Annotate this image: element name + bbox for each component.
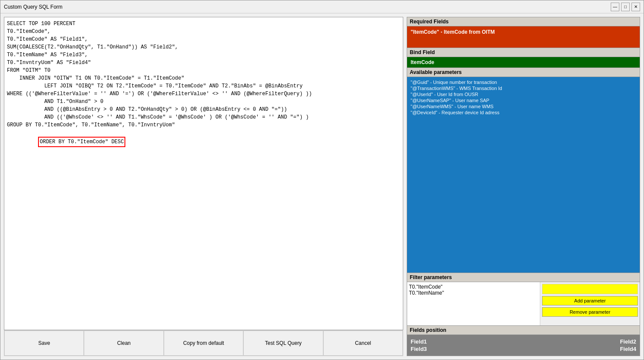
filter-params-content: T0."ItemCode" T0."ItemName" Add paramete… (407, 282, 640, 325)
sql-line-13: AND (('@WhsCode' <> '' AND T1."WhsCode" … (7, 113, 400, 121)
sql-line-7: FROM "OITM" T0 (7, 67, 400, 74)
main-window: Custom Query SQL Form — □ ✕ SELECT TOP 1… (0, 0, 644, 360)
fields-position-content: Field1 Field3 Field2 Field4 (407, 334, 640, 356)
remove-parameter-button[interactable]: Remove parameter (542, 307, 638, 317)
bind-field-content: ItemCode (407, 57, 640, 68)
clean-button[interactable]: Clean (84, 331, 163, 356)
sql-line-4: SUM(COALESCE(T2."OnHandQty", T1."OnHand"… (7, 43, 400, 51)
sql-editor[interactable]: SELECT TOP 100 PERCENT T0."ItemCode", T0… (4, 17, 403, 330)
bind-field-header: Bind Field (407, 48, 640, 57)
field2-label: Field2 (620, 338, 636, 345)
sql-line-10: WHERE (('@WhereFilterValue' = '' AND '='… (7, 90, 400, 98)
required-fields-header: Required Fields (407, 17, 640, 26)
param-item-3: "@UserNameSAP" - User name SAP (411, 98, 636, 103)
field1-label: Field1 (411, 338, 427, 345)
param-item-0: "@Guid" - Unique number for transaction (411, 80, 636, 85)
copy-from-default-button[interactable]: Copy from default (164, 331, 243, 356)
save-button[interactable]: Save (4, 331, 84, 356)
filter-params-header: Filter parameters (407, 273, 640, 282)
restore-button[interactable]: □ (621, 3, 630, 11)
cancel-button[interactable]: Cancel (323, 331, 403, 356)
param-item-5: "@DeviceId" - Requester device Id adress (411, 110, 636, 115)
required-fields-content: "ItemCode" - ItemCode from OITM (407, 26, 640, 48)
sql-line-8: INNER JOIN "OITW" T1 ON T0."ItemCode" = … (7, 74, 400, 82)
sql-line-1: SELECT TOP 100 PERCENT (7, 20, 400, 28)
fields-position-header: Fields position (407, 325, 640, 334)
left-panel: SELECT TOP 100 PERCENT T0."ItemCode", T0… (4, 17, 403, 356)
right-panel: Required Fields "ItemCode" - ItemCode fr… (407, 17, 640, 356)
test-sql-query-button[interactable]: Test SQL Query (243, 331, 323, 356)
add-parameter-button[interactable]: Add parameter (542, 296, 638, 305)
sql-line-highlighted: ORDER BY T0."ItemCode" DESC (7, 129, 400, 155)
sql-line-12: AND ((@BinAbsEntry > 0 AND T2."OnHandQty… (7, 106, 400, 113)
minimize-button[interactable]: — (611, 3, 619, 11)
close-button[interactable]: ✕ (631, 3, 640, 11)
param-item-2: "@UserId" - User Id from OUSR (411, 92, 636, 97)
filter-controls: Add parameter Remove parameter (540, 282, 640, 325)
param-item-1: "@TransactionWMS" - WMS Transaction Id (411, 86, 636, 91)
window-title: Custom Query SQL Form (4, 4, 63, 10)
field-pos-left: Field1 Field3 (411, 338, 427, 352)
filter-list[interactable]: T0."ItemCode" T0."ItemName" (407, 282, 540, 325)
highlighted-sql: ORDER BY T0."ItemCode" DESC (38, 137, 125, 147)
available-params-header: Available parameters (407, 68, 640, 77)
field4-label: Field4 (620, 346, 636, 352)
field3-label: Field3 (411, 346, 427, 352)
sql-line-6: T0."InvntryUom" AS "Field4" (7, 59, 400, 67)
sql-line-9: LEFT JOIN "OIBQ" T2 ON T2."ItemCode" = T… (7, 82, 400, 90)
sql-line-3: T0."ItemCode" AS "Field1", (7, 35, 400, 43)
available-params-content: "@Guid" - Unique number for transaction … (407, 77, 640, 273)
window-controls: — □ ✕ (611, 3, 640, 11)
title-bar: Custom Query SQL Form — □ ✕ (0, 0, 644, 13)
filter-list-item-0: T0."ItemCode" (409, 284, 538, 290)
field-pos-right: Field2 Field4 (620, 338, 636, 352)
filter-list-item-1: T0."ItemName" (409, 290, 538, 296)
main-content: SELECT TOP 100 PERCENT T0."ItemCode", T0… (0, 13, 644, 360)
sql-line-5: T0."ItemName" AS "Field3", (7, 51, 400, 59)
param-item-4: "@UserNameWMS" - User name WMS (411, 104, 636, 109)
sql-line-2: T0."ItemCode", (7, 28, 400, 35)
filter-input[interactable] (542, 284, 638, 294)
sql-line-11: AND T1."OnHand" > 0 (7, 98, 400, 106)
sql-line-14: GROUP BY T0."ItemCode", T0."ItemName", T… (7, 121, 400, 129)
bottom-buttons-bar: Save Clean Copy from default Test SQL Qu… (4, 330, 403, 356)
